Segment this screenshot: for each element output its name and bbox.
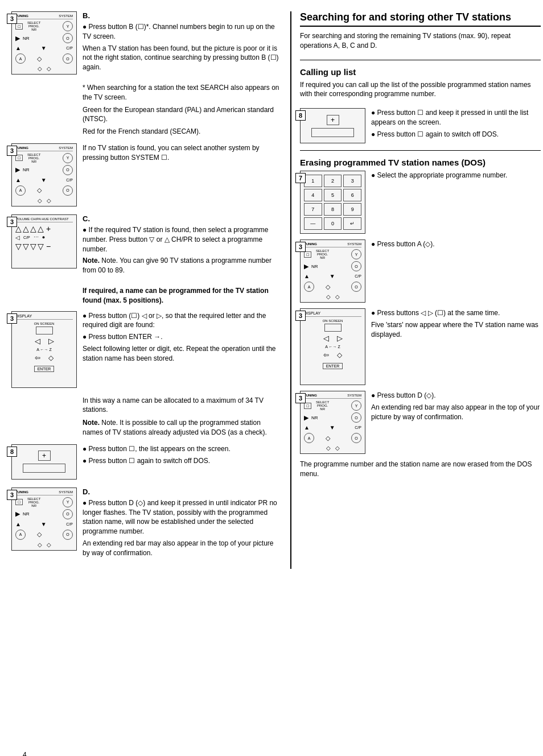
badge-8a: 8 <box>7 447 17 457</box>
b-nostation-text: If no TV station is found, you can selec… <box>83 143 282 166</box>
tri-d4: ▽ <box>38 242 44 251</box>
press-d-text: Press button D (◇). An extending red bar… <box>371 391 541 424</box>
on-screen-box <box>36 327 53 334</box>
arr-dn-d: ▼ <box>41 521 47 527</box>
arrow-left-disp: ◁ <box>35 337 40 345</box>
cp-label-b: C/P <box>66 46 73 50</box>
num-8: 8 <box>324 203 342 216</box>
calling-remote-block: 8 + Press button ☐ and keep it pressed i… <box>300 108 541 143</box>
page-number: 4 <box>23 751 27 756</box>
tuning-label: TUNING <box>15 14 28 18</box>
arrow-right-disp2: ▷ <box>337 334 343 342</box>
nr-e2: NR <box>311 264 318 269</box>
section-c-block: 3 VOLUME CH/PA HUE CONTRAST △ △ △ △ + <box>11 214 282 278</box>
d-btn-off: Press button ☐ again to switch off DOS. <box>83 456 282 466</box>
enter-btn2: ENTER <box>304 361 361 369</box>
nr-label2: NR <box>31 160 36 163</box>
minus-sign: − <box>46 242 51 251</box>
tuning-label-e: TUNING <box>304 242 317 246</box>
o-btn-b2: O <box>63 185 73 196</box>
section-c-text: C. If the required TV station is found, … <box>83 214 282 278</box>
on-screen-box2 <box>324 324 342 332</box>
bar-box <box>23 464 65 473</box>
c-name-note1: In this way a name can be allocated to a… <box>83 396 282 415</box>
arrow-right-disp: ▷ <box>48 337 54 345</box>
diamond-f: ◇ <box>326 435 330 442</box>
c-label: C. <box>83 214 282 223</box>
c-name-note2: Note. Note. It is possible to call up th… <box>83 418 282 437</box>
system-circle: Y <box>63 21 73 31</box>
arrow-down-b: ▼ <box>41 45 47 51</box>
enter-btn: ENTER <box>15 364 73 372</box>
arr-up-b2: ▲ <box>15 177 21 183</box>
remote-press-d: 3 TUNING SYSTEM ☐ SELECT PROG. <box>300 391 365 454</box>
d-text1: Press button D (◇) and keep it pressed i… <box>83 498 282 536</box>
erasing-press-arrows: Press buttons ◁ ▷ (☐) at the same time. <box>371 308 541 318</box>
big-o-f: O <box>351 412 361 423</box>
section-d-block: 3 TUNING SYSTEM ☐ SELECT PROG. NR <box>11 488 282 561</box>
erasing-title: Erasing programmed TV station names (DOS… <box>300 158 541 167</box>
o-e: O <box>351 282 361 292</box>
calling-btn2: Press button ☐ again to switch off DOS. <box>371 130 541 139</box>
system-label-e: SYSTEM <box>347 242 361 246</box>
c-note: Note. You can give 90 TV stations a prog… <box>83 257 272 274</box>
num-dash: — <box>304 217 322 230</box>
left-column: 3 TUNING SYSTEM ☐ SELECT PROG. NR <box>11 11 290 569</box>
system-circle-d: Y <box>63 497 73 507</box>
badge-3e: 3 <box>7 490 17 500</box>
num-0: 0 <box>324 217 342 230</box>
d-text2: An extending red bar may also appear in … <box>83 539 282 558</box>
dr-d: ◇ <box>47 542 51 548</box>
d-btn-text: Press button ☐, the list appears on the … <box>83 444 282 454</box>
a-e: A <box>304 282 314 292</box>
section-c-display-block: 3 DISPLAY ON SCREEN ◁ ▷ A ←→ Z <box>11 311 282 388</box>
remote-b1: 3 TUNING SYSTEM ☐ SELECT PROG. NR <box>11 11 77 75</box>
arrow-d: ▶ <box>15 510 20 518</box>
b-label: B. <box>83 11 282 20</box>
b-text2: When a TV station has been found, but th… <box>83 44 282 72</box>
cp-c: C/P <box>23 236 30 239</box>
big-circle-b2: O <box>63 165 73 175</box>
right-column: Searching for and storing other TV stati… <box>290 11 541 569</box>
arrow-left-c: ◁ <box>15 234 20 241</box>
calling-btn1: Press button ☐ and keep it pressed in un… <box>371 108 541 127</box>
badge-3c: 3 <box>7 217 17 227</box>
erasing-press-a-block: 3 TUNING SYSTEM ☐ SELECT PROG. <box>300 239 541 303</box>
arrow-right-b: ▶ <box>15 35 20 42</box>
cp-d: C/P <box>66 522 73 526</box>
tuning-label2: TUNING <box>15 146 28 150</box>
diamond-right-disp: ◇ <box>48 354 54 362</box>
press-a-text: Press button A (◇). <box>371 239 541 251</box>
cp-f: C/P <box>355 425 361 429</box>
separator2 <box>300 150 541 151</box>
menu-box: ☐ <box>15 23 23 30</box>
tri-d3: ▽ <box>30 242 36 251</box>
arr-up-e: ▲ <box>304 273 310 279</box>
circle-c: ● <box>42 234 45 240</box>
section-d-text: D. Press button D (◇) and keep it presse… <box>83 488 282 561</box>
dots-c: ⋯ <box>34 234 39 240</box>
diamond-left-b: ◇ <box>38 65 42 72</box>
arrow-b2: ▶ <box>15 166 20 173</box>
dl-b2: ◇ <box>38 197 42 204</box>
c-extra-notes: In this way a name can be allocated to a… <box>83 396 282 437</box>
system-circle2: Y <box>63 153 73 163</box>
c-name-text1: Press button (☐) ◁ or ▷, so that the req… <box>83 311 282 331</box>
d-list-text: Press button ☐, the list appears on the … <box>83 444 282 468</box>
circle-o-b: O <box>63 53 73 64</box>
plus-sign: + <box>46 224 51 233</box>
menu-box-e: ☐ <box>304 251 311 258</box>
plus-box2: + <box>327 115 339 125</box>
nr-d2: NR <box>23 511 30 517</box>
badge-3f: 3 <box>295 242 306 252</box>
badge-7: 7 <box>295 173 306 183</box>
separator1 <box>300 60 541 60</box>
tri3: △ <box>30 224 36 233</box>
c-note-label: Note. <box>83 257 100 265</box>
arr-up-f: ▲ <box>304 424 310 431</box>
system-circle-e: Y <box>351 249 361 259</box>
a-f: A <box>304 433 314 443</box>
menu-box-d: ☐ <box>15 499 23 505</box>
c-name-text3: Select following letter or digit, etc. R… <box>83 344 282 363</box>
badge-3: 3 <box>7 14 17 24</box>
